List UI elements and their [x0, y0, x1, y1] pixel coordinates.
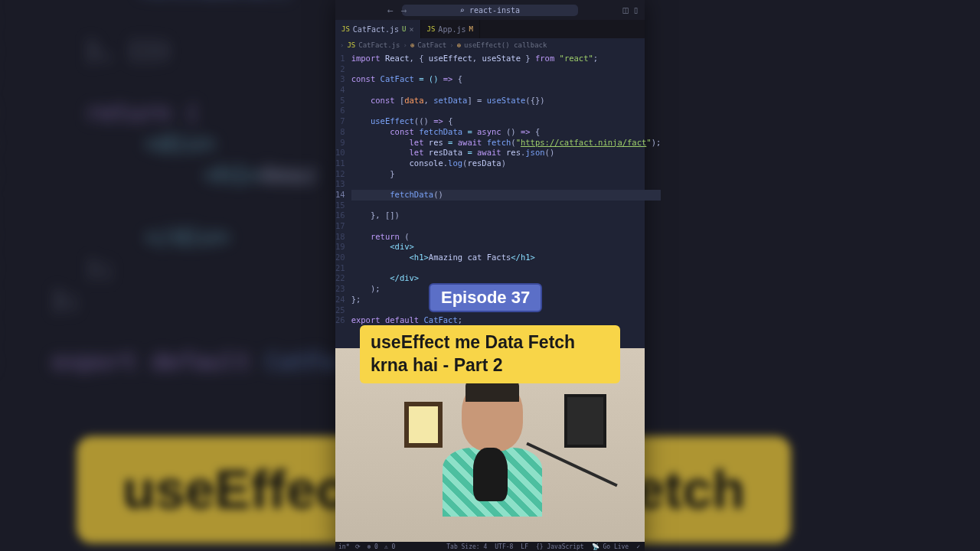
- search-icon: ⌕: [460, 6, 465, 15]
- breadcrumb-symbol: CatFact: [417, 41, 446, 49]
- js-file-icon: JS: [427, 25, 436, 33]
- symbol-icon: ⊕: [457, 41, 461, 49]
- warning-count[interactable]: ⚠ 0: [384, 543, 395, 550]
- notifications-icon[interactable]: ✓: [636, 543, 640, 550]
- eol-status[interactable]: LF: [521, 543, 528, 550]
- nav-forward-icon[interactable]: →: [401, 5, 407, 16]
- workspace-name: react-insta: [469, 6, 520, 15]
- encoding-status[interactable]: UTF-8: [495, 543, 513, 550]
- wall-frame-decoration: [564, 394, 606, 448]
- git-status-badge: U: [402, 25, 406, 33]
- nav-back-icon[interactable]: ←: [387, 5, 394, 16]
- tab-label: CatFact.js: [353, 25, 399, 34]
- tab-catfact[interactable]: JS CatFact.js U ×: [335, 20, 421, 38]
- breadcrumb-symbol: useEffect() callback: [464, 41, 547, 49]
- layout-panel-icon[interactable]: ◫: [623, 5, 629, 15]
- sync-icon[interactable]: ⟳: [355, 543, 361, 550]
- titlebar: ← → ⌕ react-insta ◫ ▯: [335, 0, 645, 20]
- tab-label: App.js: [438, 25, 466, 34]
- git-status-badge: M: [469, 25, 472, 33]
- layout-sidebar-icon[interactable]: ▯: [633, 5, 639, 15]
- language-status[interactable]: {} JavaScript: [536, 543, 584, 550]
- status-bar: in* ⟳ ⊗ 0 ⚠ 0 Tab Size: 4 UTF-8 LF {} Ja…: [335, 542, 645, 551]
- js-file-icon: JS: [341, 25, 350, 33]
- editor-tabs: JS CatFact.js U × JS App.js M: [335, 20, 645, 38]
- subtitle-badge: useEffect me Data Fetch krna hai - Part …: [360, 325, 620, 383]
- tab-app[interactable]: JS App.js M: [421, 20, 480, 38]
- line-gutter: 1234567891011121314151617181920212223242…: [335, 54, 351, 326]
- js-file-icon: JS: [347, 41, 355, 49]
- episode-badge: Episode 37: [429, 283, 542, 312]
- breadcrumb-file: CatFact.js: [358, 41, 400, 49]
- tab-size-status[interactable]: Tab Size: 4: [446, 543, 487, 550]
- breadcrumb[interactable]: › JS CatFact.js › ⊕ CatFact › ⊕ useEffec…: [335, 38, 645, 52]
- wall-frame-decoration: [404, 402, 443, 448]
- go-live-button[interactable]: 📡 Go Live: [592, 543, 629, 550]
- command-center[interactable]: ⌕ react-insta: [402, 5, 578, 16]
- microphone: [473, 448, 508, 501]
- close-icon[interactable]: ×: [409, 25, 413, 34]
- error-count[interactable]: ⊗ 0: [367, 543, 377, 550]
- git-branch-status[interactable]: in*: [338, 543, 349, 550]
- symbol-icon: ⊕: [410, 41, 414, 49]
